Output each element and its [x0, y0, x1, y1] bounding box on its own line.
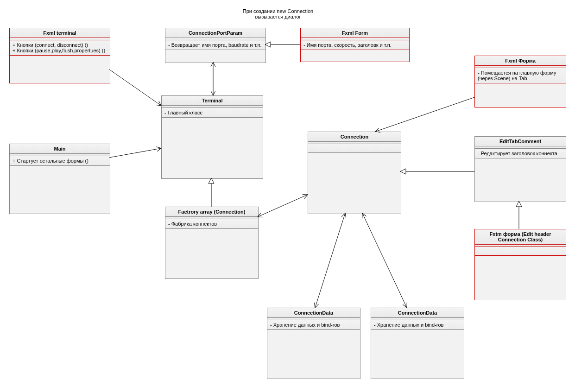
- class-title: Fxml Форма: [475, 56, 566, 66]
- class-title: ConnectionPortParam: [165, 28, 265, 38]
- class-edit-tab-comment: EditTabComment - Редактирует заголовок к…: [474, 136, 566, 202]
- note-top: При создании new Connection вызывается д…: [222, 8, 334, 19]
- class-ops: [10, 166, 110, 214]
- class-ops: [308, 153, 401, 214]
- class-ops: [165, 50, 265, 63]
- uml-canvas: При создании new Connection вызывается д…: [0, 0, 575, 392]
- class-title: Terminal: [162, 96, 263, 106]
- class-ops: [162, 118, 263, 178]
- class-title: Fxml Form: [301, 28, 409, 38]
- class-ops: [301, 50, 409, 62]
- class-ops: [475, 83, 566, 107]
- class-connection: Connection: [308, 132, 401, 214]
- class-fxml-forma: Fxml Форма - Помещается на главную форму…: [474, 56, 566, 107]
- class-title: ConnectionData: [371, 308, 464, 318]
- class-connection-data-1: ConnectionData - Хранение данных и bind-…: [267, 308, 360, 379]
- class-ops: [371, 330, 464, 379]
- class-title: Connection: [308, 132, 401, 142]
- class-attrs: [308, 144, 401, 153]
- class-title: Factrory array (Connection): [165, 207, 258, 217]
- svg-line-6: [375, 97, 474, 132]
- class-ops: [10, 56, 110, 83]
- class-terminal: Terminal - Главный класс: [161, 95, 263, 179]
- class-connection-port-param: ConnectionPortParam - Возвращает имя пор…: [165, 28, 266, 63]
- class-title: Fxtm форма (Edit header Connection Class…: [475, 229, 566, 245]
- class-attrs: - Редактирует заголовок коннекта: [475, 149, 566, 158]
- class-fxml-terminal: Fxml terminal + Кнопки (connect, disconn…: [9, 28, 110, 83]
- class-ops: [475, 256, 566, 300]
- class-title: Main: [10, 144, 110, 154]
- class-attrs: - Помещается на главную форму (через Sce…: [475, 68, 566, 83]
- svg-line-5: [258, 195, 308, 217]
- class-attrs: - Возвращает имя порта, baudrate и т.п.: [165, 40, 265, 50]
- class-ops: [475, 158, 566, 202]
- svg-line-9: [315, 213, 345, 308]
- svg-line-0: [109, 70, 161, 106]
- class-title: EditTabComment: [475, 137, 566, 146]
- class-ops: [165, 229, 258, 278]
- class-attrs: + Стартует остальные формы (): [10, 156, 110, 166]
- class-main: Main + Стартует остальные формы (): [9, 144, 110, 214]
- class-fxml-form: Fxml Form - Имя порта, скорость, заголов…: [300, 28, 410, 62]
- class-title: ConnectionData: [267, 308, 360, 318]
- class-connection-data-2: ConnectionData - Хранение данных и bind-…: [371, 308, 464, 379]
- class-fxtm-forma: Fxtm форма (Edit header Connection Class…: [474, 229, 566, 300]
- class-attrs: - Хранение данных и bind-гов: [267, 320, 360, 330]
- class-title: Fxml terminal: [10, 28, 110, 38]
- class-attrs: - Фабрика коннектов: [165, 219, 258, 229]
- svg-line-10: [362, 213, 407, 308]
- class-attrs: [475, 247, 566, 256]
- class-ops: [267, 330, 360, 379]
- class-factory-array: Factrory array (Connection) - Фабрика ко…: [165, 207, 259, 279]
- class-attrs: - Хранение данных и bind-гов: [371, 320, 464, 330]
- class-attrs: - Главный класс: [162, 108, 263, 118]
- class-attrs: + Кнопки (connect, disconnect) () + Кноп…: [10, 40, 110, 56]
- svg-line-1: [109, 148, 161, 158]
- class-attrs: - Имя порта, скорость, заголовк и т.п.: [301, 40, 409, 50]
